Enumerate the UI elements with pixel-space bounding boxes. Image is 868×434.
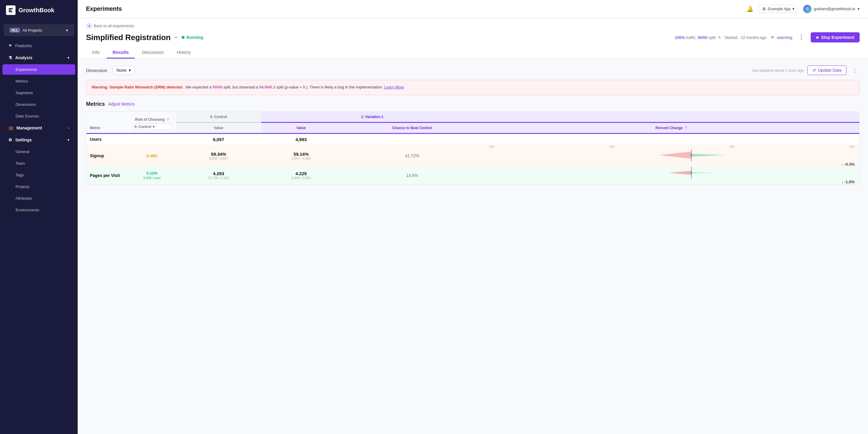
- tab-results-label: Results: [113, 50, 129, 55]
- dimension-value: None: [117, 68, 126, 73]
- edit-icon[interactable]: ✏: [174, 35, 178, 40]
- app-selector[interactable]: 🖥 Example App ▾: [759, 5, 798, 13]
- svg-marker-1: [659, 151, 691, 159]
- th-control-value: Value: [176, 122, 261, 133]
- users-chance: [341, 133, 483, 145]
- sidebar-item-analysis[interactable]: ⚗ Analysis ▾: [2, 52, 75, 63]
- sidebar-item-general[interactable]: General: [2, 146, 75, 157]
- running-label: Running: [186, 35, 204, 40]
- split-value: 50/50: [698, 35, 708, 40]
- pct-help-icon: ?: [685, 126, 687, 130]
- sidebar-item-dimensions-label: Dimensions: [16, 102, 36, 107]
- signup-chart-svg: [486, 149, 857, 161]
- signup-variation-value: 59.14% 2,947 / 4,983: [261, 145, 341, 167]
- tab-info-label: Info: [92, 50, 99, 55]
- users-variation-value: 4,983: [261, 133, 341, 145]
- traffic-label: traffic,: [686, 35, 696, 40]
- risk-dropdown-arrow: ▾: [153, 125, 154, 129]
- update-data-button[interactable]: ↺ Update Data: [807, 65, 846, 75]
- logo-text: GrowthBook: [19, 7, 54, 14]
- projects-arrow: ▾: [66, 28, 68, 33]
- traffic-info: 100% traffic, 50/50 split ✎ Started: 12 …: [675, 35, 792, 40]
- th-metric: Metric: [86, 112, 128, 134]
- watching-label: watching: [777, 35, 792, 40]
- avatar: G: [803, 5, 811, 13]
- sidebar-item-settings-label: Settings: [15, 138, 32, 142]
- users-control-value: 6,057: [176, 133, 261, 145]
- results-area: Dimension None ▾ last updated about 1 ho…: [78, 59, 868, 191]
- sidebar-item-datasources[interactable]: Data Sources: [2, 111, 75, 121]
- tab-history-label: History: [177, 50, 191, 55]
- users-chart: [483, 133, 859, 145]
- sidebar-item-features[interactable]: ⚑ Features: [2, 40, 75, 51]
- topbar: Experiments 🔔 🖥 Example App ▾ G graham@g…: [78, 0, 868, 18]
- th-chart: [483, 112, 859, 122]
- flag-icon: ⚑: [8, 44, 12, 48]
- dimension-chevron-icon: ▾: [129, 68, 131, 73]
- sidebar-item-environments-label: Environments: [16, 208, 39, 212]
- sidebar-item-experiments[interactable]: Experiments: [2, 64, 75, 75]
- sidebar-item-segments[interactable]: Segments: [2, 88, 75, 98]
- all-projects-badge: ALL: [9, 28, 20, 33]
- back-link[interactable]: ◂ Back to all experiments: [86, 23, 860, 29]
- sidebar-item-projects[interactable]: Projects: [2, 181, 75, 192]
- update-btn-label: Update Data: [818, 68, 841, 73]
- sidebar-item-tags[interactable]: Tags: [2, 170, 75, 180]
- sidebar-item-management[interactable]: 💼 Management ›: [2, 122, 75, 133]
- analysis-arrow: ▾: [67, 56, 69, 60]
- dimension-select[interactable]: None ▾: [113, 66, 135, 75]
- signup-control-value: 59.34% 3,594 / 6,057: [176, 145, 261, 167]
- tab-history[interactable]: History: [171, 47, 197, 59]
- sidebar-item-tags-label: Tags: [16, 173, 24, 177]
- sidebar-projects[interactable]: ALL All Projects ▾: [4, 24, 74, 36]
- topbar-right: 🔔 🖥 Example App ▾ G graham@growthbook.io…: [747, 5, 860, 13]
- experiment-title-row: Simplified Registration ✏ Running 100% t…: [86, 32, 860, 42]
- signup-chance: 41.72%: [341, 145, 483, 167]
- results-more-button[interactable]: ⋮: [850, 67, 860, 74]
- th-metric-label: Metric: [90, 126, 100, 130]
- tab-discussion[interactable]: Discussion: [136, 47, 169, 59]
- more-options-button[interactable]: ⋮: [796, 33, 806, 41]
- logo-icon: [6, 5, 16, 15]
- warning-split1: 50/50: [213, 85, 222, 89]
- metrics-title: Metrics: [86, 101, 105, 107]
- table-header: Metric Risk of Choosing ?: [86, 112, 859, 122]
- signup-risk: 0.48%: [128, 145, 176, 167]
- sidebar-item-team[interactable]: Team: [2, 158, 75, 169]
- eye-icon: 👁: [771, 35, 775, 40]
- notification-icon[interactable]: 🔔: [747, 6, 753, 12]
- last-updated-text: last updated about 1 hour ago: [752, 68, 804, 73]
- running-dot: [182, 36, 185, 39]
- user-email: graham@growthbook.io: [814, 7, 855, 11]
- pencil-icon[interactable]: ✎: [718, 35, 721, 40]
- warning-text3: split (p-value =: [277, 85, 303, 89]
- svg-marker-2: [691, 154, 725, 156]
- risk-dropdown[interactable]: 0: Control ▾: [132, 123, 172, 130]
- learn-more-link[interactable]: Learn More: [384, 85, 404, 89]
- sidebar-item-dimensions[interactable]: Dimensions: [2, 99, 75, 110]
- sidebar-item-attributes[interactable]: Attributes: [2, 193, 75, 204]
- refresh-icon: ↺: [812, 68, 816, 73]
- stop-experiment-button[interactable]: ■ Stop Experiment: [811, 32, 860, 42]
- tab-results[interactable]: Results: [106, 47, 135, 59]
- sidebar-item-experiments-label: Experiments: [16, 67, 37, 72]
- sidebar-logo: GrowthBook: [0, 0, 78, 21]
- management-arrow: ›: [68, 126, 69, 130]
- sidebar-item-environments[interactable]: Environments: [2, 205, 75, 215]
- traffic-pct: 100%: [675, 35, 685, 40]
- th-variation-value: Value: [261, 122, 341, 133]
- sidebar-item-metrics[interactable]: Metrics: [2, 76, 75, 86]
- sidebar-item-settings[interactable]: ⚙ Settings ▾: [2, 135, 75, 145]
- back-arrow-icon: ◂: [86, 23, 92, 29]
- dimension-selector: Dimension None ▾: [86, 66, 135, 75]
- dimension-row: Dimension None ▾ last updated about 1 ho…: [86, 65, 860, 75]
- user-menu[interactable]: G graham@growthbook.io ▾: [803, 5, 860, 13]
- pages-chart: ↓ -1.6%: [483, 167, 859, 184]
- tabs: Info Results Discussion History: [86, 47, 860, 59]
- adjust-metrics-link[interactable]: Adjust Metrics: [108, 102, 135, 107]
- topbar-title: Experiments: [86, 5, 122, 12]
- app-label: Example App: [768, 7, 790, 11]
- th-control-label: 0: Control: [210, 115, 227, 119]
- tab-info[interactable]: Info: [86, 47, 105, 59]
- table-row: Users 6,057 4,983: [86, 133, 859, 145]
